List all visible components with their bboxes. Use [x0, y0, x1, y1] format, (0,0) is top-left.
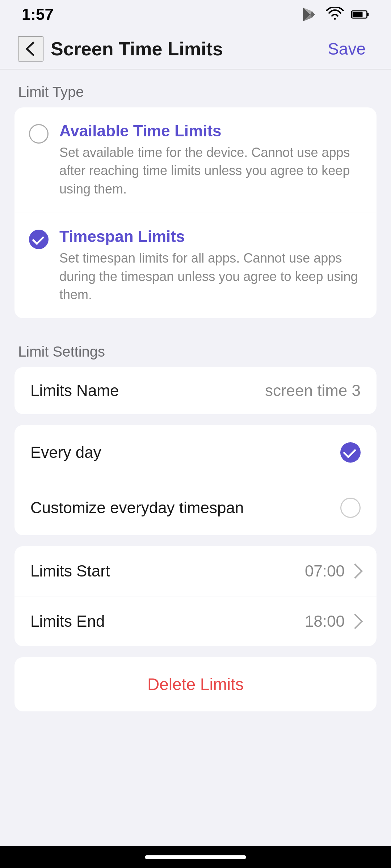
customize-timespan-option[interactable]: Customize everyday timespan [14, 480, 377, 535]
limits-end-label: Limits End [30, 612, 105, 630]
limits-name-row[interactable]: Limits Name screen time 3 [14, 367, 377, 414]
limits-start-label: Limits Start [30, 562, 110, 580]
back-button[interactable] [18, 36, 43, 61]
timespan-limits-option[interactable]: Timespan Limits Set timespan limits for … [14, 213, 377, 318]
app-bar: Screen Time Limits Save [0, 29, 391, 69]
play-store-icon [300, 7, 319, 22]
limit-type-section-label: Limit Type [0, 69, 391, 107]
limits-start-chevron-icon [348, 563, 363, 579]
status-icons [300, 7, 369, 22]
customize-timespan-check[interactable] [340, 498, 361, 518]
limits-name-label: Limits Name [30, 382, 119, 400]
limits-end-value-wrap: 18:00 [305, 612, 361, 630]
available-time-radio[interactable] [29, 124, 49, 144]
every-day-option[interactable]: Every day [14, 425, 377, 480]
limits-start-value: 07:00 [305, 562, 345, 580]
timespan-desc: Set timespan limits for all apps. Cannot… [59, 249, 362, 304]
timespan-radio[interactable] [29, 230, 49, 249]
customize-timespan-label: Customize everyday timespan [30, 499, 244, 517]
limit-settings-section-label: Limit Settings [0, 329, 391, 367]
time-card: Limits Start 07:00 Limits End 18:00 [14, 546, 377, 646]
limits-end-chevron-icon [348, 614, 363, 629]
limits-name-card: Limits Name screen time 3 [14, 367, 377, 414]
bottom-bar [0, 846, 391, 868]
available-time-desc: Set available time for the device. Canno… [59, 144, 362, 198]
available-time-limits-option[interactable]: Available Time Limits Set available time… [14, 107, 377, 213]
timespan-title: Timespan Limits [59, 227, 362, 246]
limits-name-value: screen time 3 [265, 382, 361, 400]
every-day-label: Every day [30, 443, 101, 461]
limits-start-row[interactable]: Limits Start 07:00 [14, 546, 377, 596]
wifi-icon [326, 7, 344, 22]
available-time-title: Available Time Limits [59, 122, 362, 140]
available-time-text: Available Time Limits Set available time… [59, 122, 362, 198]
limits-start-value-wrap: 07:00 [305, 562, 361, 580]
limits-end-row[interactable]: Limits End 18:00 [14, 596, 377, 646]
limit-type-card: Available Time Limits Set available time… [14, 107, 377, 318]
delete-card: Delete Limits [14, 657, 377, 711]
delete-limits-button[interactable]: Delete Limits [14, 657, 377, 711]
save-button[interactable]: Save [320, 35, 373, 62]
svg-rect-1 [367, 13, 369, 16]
svg-rect-2 [353, 12, 363, 17]
status-time: 1:57 [22, 5, 54, 24]
battery-icon [351, 7, 369, 22]
every-day-check[interactable] [340, 442, 361, 463]
timespan-text: Timespan Limits Set timespan limits for … [59, 227, 362, 304]
limits-end-value: 18:00 [305, 612, 345, 630]
schedule-card: Every day Customize everyday timespan [14, 425, 377, 535]
status-bar: 1:57 [0, 0, 391, 29]
page-title: Screen Time Limits [43, 38, 320, 60]
home-indicator[interactable] [145, 855, 246, 859]
